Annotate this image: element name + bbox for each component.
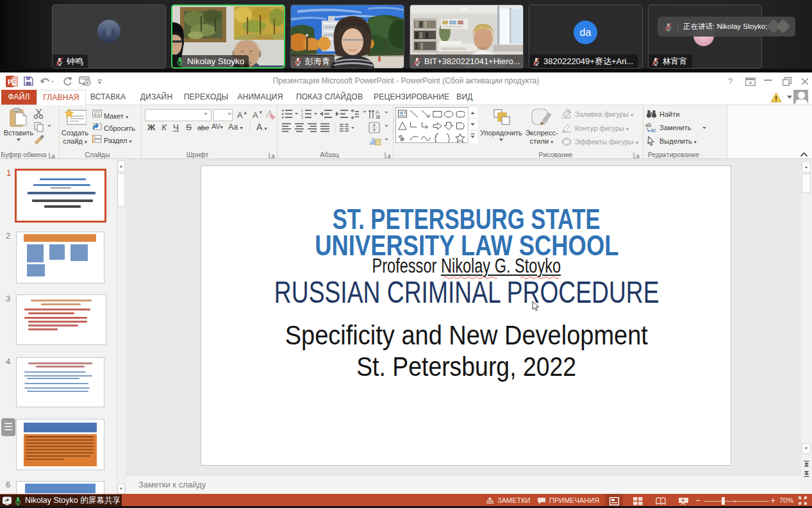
svg-text:ac: ac: [650, 127, 657, 133]
svg-text:3: 3: [301, 115, 303, 119]
svg-text:A: A: [376, 109, 379, 115]
